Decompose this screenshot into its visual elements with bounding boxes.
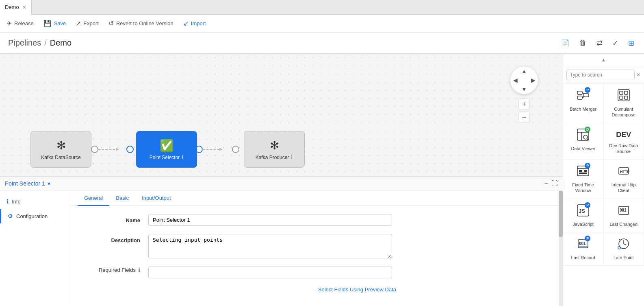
cumulant-decompose-label: Cumulant Decompose — [605, 106, 642, 118]
canvas-area: ✻ Kafka DataSource ✅ Point Selector 1 ✻ … — [0, 54, 563, 306]
sidebar-item-late-point[interactable]: Late Point — [604, 232, 644, 266]
last-record-label: Last Record — [571, 255, 595, 260]
navigation-controls: ▲ ◀ ▶ ▼ + − — [510, 66, 538, 124]
shuffle-button[interactable]: ⇄ — [595, 37, 604, 49]
nav-circle: ▲ ◀ ▶ ▼ — [510, 66, 538, 94]
info-icon: ℹ — [7, 198, 9, 205]
svg-text:001: 001 — [620, 208, 627, 212]
demo-tab[interactable]: Demo ✕ — [0, 0, 32, 15]
grid-button[interactable]: ⊞ — [627, 37, 636, 49]
sidebar-item-internal-http[interactable]: HTTP Internal Http Client — [604, 160, 644, 199]
tab-basic[interactable]: Basic — [109, 191, 135, 206]
nav-left-button[interactable]: ◀ — [511, 76, 519, 84]
zoom-in-button[interactable]: + — [518, 98, 530, 110]
select-fields-link[interactable]: Select Fields Using Preview Data — [318, 286, 396, 293]
delete-button[interactable]: 🗑 — [578, 37, 588, 49]
svg-text:HTTP: HTTP — [620, 170, 630, 174]
sidebar-item-batch-merger[interactable]: P Batch Merger — [563, 84, 604, 123]
dev-raw-icon: DEV — [616, 128, 631, 141]
kafka-datasource-node[interactable]: ✻ Kafka DataSource — [30, 131, 91, 168]
revert-button[interactable]: ↺ Revert to Online Version — [108, 18, 173, 29]
data-viewer-badge: D — [585, 127, 590, 132]
late-point-icon — [617, 237, 630, 253]
form-row-required-fields: Required Fields ℹ — [87, 267, 542, 278]
nav-down-button[interactable]: ▼ — [520, 85, 528, 93]
tab-close-button[interactable]: ✕ — [22, 4, 26, 10]
description-input[interactable]: Selecting input points — [148, 234, 392, 258]
tab-general[interactable]: General — [78, 191, 109, 206]
release-button[interactable]: ✈ Release — [7, 18, 34, 29]
svg-rect-7 — [577, 96, 582, 99]
panel-title-dropdown-icon: ▾ — [48, 180, 50, 187]
panel-scrollbar[interactable] — [559, 191, 563, 306]
panel-nav-configuration[interactable]: ⚙ Configuration — [0, 209, 71, 223]
save-icon: 💾 — [43, 20, 52, 27]
form-area: Name Description Selecting input points … — [71, 206, 559, 306]
sidebar-item-javascript[interactable]: P JS JavaScript — [563, 199, 604, 232]
header-actions: 📄 🗑 ⇄ ✓ ⊞ — [559, 37, 636, 49]
sidebar-search-clear-button[interactable]: ✕ — [635, 70, 642, 79]
sidebar-item-dev-raw[interactable]: DEV Dev Raw Data Source — [604, 123, 644, 160]
bottom-panel: Point Selector 1 ▾ − ⛶ ℹ Info ⚙ — [0, 176, 563, 306]
svg-rect-22 — [584, 170, 587, 172]
sidebar-item-fixed-time-window[interactable]: P Fixed Time Window — [563, 160, 604, 199]
last-record-badge: P — [585, 236, 590, 241]
dev-raw-label: Dev Raw Data Source — [605, 143, 642, 155]
svg-marker-4 — [219, 148, 223, 151]
fixed-time-window-badge: P — [585, 163, 590, 168]
breadcrumb-root: Pipelines — [8, 38, 41, 48]
panel-expand-button[interactable]: ⛶ — [551, 180, 558, 187]
data-viewer-label: Data Viewer — [571, 146, 595, 151]
point-selector-icon: ✅ — [160, 139, 174, 152]
tab-bar: Demo ✕ — [0, 0, 644, 15]
required-fields-input[interactable] — [148, 267, 392, 278]
svg-marker-5 — [116, 148, 119, 151]
sidebar-items: P Batch Merger — [563, 84, 644, 306]
nav-up-button[interactable]: ▲ — [520, 67, 528, 75]
nav-arrows: ▲ ◀ ▶ ▼ — [511, 67, 537, 93]
sidebar-search-input[interactable] — [566, 70, 635, 80]
tab-label: Demo — [5, 4, 19, 10]
pipeline-canvas[interactable]: ✻ Kafka DataSource ✅ Point Selector 1 ✻ … — [0, 54, 563, 176]
svg-point-34 — [618, 247, 620, 249]
form-row-description: Description Selecting input points — [87, 234, 542, 258]
batch-merger-label: Batch Merger — [570, 106, 596, 112]
svg-rect-10 — [620, 91, 623, 94]
toolbar: ✈ Release 💾 Save ↗ Export ↺ Revert to On… — [0, 15, 644, 33]
export-button[interactable]: ↗ Export — [76, 18, 99, 29]
kafka-datasource-label: Kafka DataSource — [41, 155, 80, 160]
panel-title[interactable]: Point Selector 1 ▾ — [5, 180, 50, 187]
import-button[interactable]: ↙ Import — [183, 18, 206, 29]
sidebar-item-data-viewer[interactable]: D Data Viewer — [563, 123, 604, 160]
panel-minimize-button[interactable]: − — [544, 180, 548, 187]
javascript-badge: P — [585, 202, 590, 208]
nav-right-button[interactable]: ▶ — [529, 76, 537, 84]
kafka-producer-node[interactable]: ✻ Kafka Producer 1 — [244, 131, 305, 168]
last-changed-icon: 001 — [617, 204, 630, 220]
sidebar-item-last-record[interactable]: P 001 Last Record — [563, 232, 604, 266]
import-icon: ↙ — [183, 20, 189, 27]
panel-controls: − ⛶ — [544, 180, 558, 187]
panel-nav-info[interactable]: ℹ Info — [0, 194, 71, 209]
svg-text:JS: JS — [579, 208, 585, 214]
required-fields-label: Required Fields — [99, 267, 136, 273]
zoom-out-button[interactable]: − — [518, 111, 530, 123]
svg-point-1 — [127, 146, 133, 153]
point-selector-node[interactable]: ✅ Point Selector 1 — [136, 131, 197, 168]
svg-rect-21 — [579, 170, 582, 172]
save-button[interactable]: 💾 Save — [43, 18, 66, 29]
sidebar-item-cumulant-decompose[interactable]: Cumulant Decompose — [604, 84, 644, 123]
required-fields-info-icon[interactable]: ℹ — [138, 267, 140, 273]
svg-rect-6 — [577, 91, 582, 94]
late-point-label: Late Point — [614, 255, 634, 260]
panel-nav-config-label: Configuration — [16, 213, 48, 219]
sidebar-item-last-changed[interactable]: 001 Last Changed — [604, 199, 644, 232]
cumulant-decompose-icon — [617, 89, 630, 105]
kafka-producer-label: Kafka Producer 1 — [256, 155, 293, 160]
name-input[interactable] — [148, 214, 392, 226]
check-button[interactable]: ✓ — [611, 37, 620, 49]
sidebar-scroll-up-button[interactable]: ▲ — [600, 55, 608, 64]
document-button[interactable]: 📄 — [559, 37, 571, 49]
name-label: Name — [87, 214, 140, 223]
tab-input-output[interactable]: Input/Output — [135, 191, 178, 206]
